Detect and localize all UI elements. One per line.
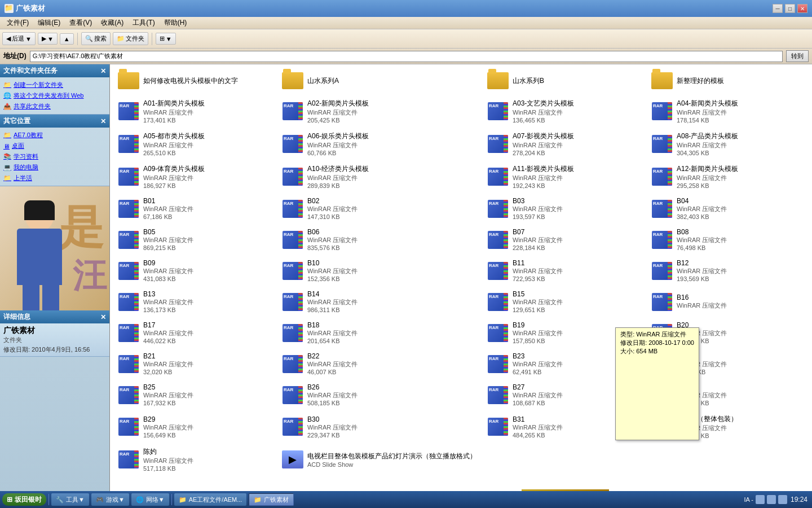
file-item[interactable]: A02-新闻类片头模板WinRAR 压缩文件205,425 KB	[276, 95, 482, 128]
file-item[interactable]: B30WinRAR 压缩文件229,347 KB	[276, 410, 482, 443]
file-item[interactable]: B03WinRAR 压缩文件193,597 KB	[482, 193, 646, 224]
file-item[interactable]: 如何修改电视片头模板中的文字	[112, 67, 276, 95]
menu-tools[interactable]: 工具(T)	[128, 17, 159, 29]
other-collapse-icon[interactable]: ✕	[100, 117, 106, 125]
search-button[interactable]: 🔍 搜索	[81, 32, 111, 45]
file-item[interactable]: A01-新闻类片头模板WinRAR 压缩文件173,401 KB	[112, 95, 276, 128]
rar-icon	[488, 135, 508, 153]
forward-button[interactable]: ▶ ▼	[38, 33, 58, 45]
file-item-icon	[117, 199, 140, 219]
menu-edit[interactable]: 编辑(E)	[33, 17, 65, 29]
menu-file[interactable]: 文件(F)	[2, 17, 33, 29]
sidebar-task-1[interactable]: 🌐 将这个文件夹发布到 Web	[3, 90, 106, 101]
file-item[interactable]: B04WinRAR 压缩文件382,403 KB	[646, 193, 810, 224]
file-item[interactable]: 陈妁WinRAR 压缩文件517,118 KB	[112, 443, 276, 476]
file-item[interactable]: B11WinRAR 压缩文件722,953 KB	[482, 255, 646, 286]
main-layout: 文件和文件夹任务 ✕ 📁 创建一个新文件夹 🌐 将这个文件夹发布到 Web 📤 …	[0, 64, 812, 493]
file-item[interactable]: B12WinRAR 压缩文件193,569 KB	[646, 255, 810, 286]
file-item[interactable]: B13WinRAR 压缩文件136,173 KB	[112, 286, 276, 317]
file-item[interactable]: A10-经济类片头模板WinRAR 压缩文件289,839 KB	[276, 160, 482, 193]
file-name: A05-都市类片头模板	[143, 132, 271, 141]
file-item[interactable]: B26WinRAR 压缩文件508,185 KB	[276, 379, 482, 410]
taskbar-network[interactable]: 🌐 网络▼	[131, 493, 169, 506]
address-label: 地址(D)	[3, 51, 27, 61]
file-item[interactable]: 山水系列B	[482, 67, 646, 95]
deco-char-2: 汪	[73, 253, 107, 299]
file-type: WinRAR 压缩文件	[513, 267, 641, 275]
sidebar-other-1[interactable]: 🖥 桌面	[3, 141, 106, 151]
views-button[interactable]: ⊞ ▼	[156, 33, 176, 45]
file-item[interactable]: B05WinRAR 压缩文件869,215 KB	[112, 224, 276, 255]
file-item[interactable]: B08WinRAR 压缩文件76,498 KB	[646, 224, 810, 255]
sidebar-other-0[interactable]: 📁 AE7.0教程	[3, 130, 106, 141]
file-item[interactable]: B21WinRAR 压缩文件32,020 KB	[112, 348, 276, 379]
menu-favorites[interactable]: 收藏(A)	[96, 17, 128, 29]
file-item-icon	[117, 417, 140, 437]
tasks-collapse-icon[interactable]: ✕	[100, 67, 106, 75]
file-item[interactable]: B29WinRAR 压缩文件156,649 KB	[112, 410, 276, 443]
file-item[interactable]: A03-文艺类片头模板WinRAR 压缩文件136,465 KB	[482, 95, 646, 128]
file-item[interactable]: 新整理好的模板	[646, 67, 810, 95]
file-item[interactable]: B02WinRAR 压缩文件147,310 KB	[276, 193, 482, 224]
rar-icon	[488, 231, 508, 249]
file-type: WinRAR 压缩文件	[513, 205, 641, 213]
sidebar-other-4[interactable]: 📁 上半活	[3, 173, 106, 183]
sidebar-other-3[interactable]: 💻 我的电脑	[3, 162, 106, 173]
file-item[interactable]: A11-影视类片头模板WinRAR 压缩文件192,243 KB	[482, 160, 646, 193]
file-item[interactable]: A04-新闻类片头模板WinRAR 压缩文件178,154 KB	[646, 95, 810, 128]
file-item[interactable]: B14WinRAR 压缩文件986,311 KB	[276, 286, 482, 317]
file-item[interactable]: A07-影视类片头模板WinRAR 压缩文件278,204 KB	[482, 128, 646, 160]
file-item[interactable]: B01WinRAR 压缩文件67,186 KB	[112, 193, 276, 224]
file-item-icon	[487, 261, 509, 281]
file-tooltip: 类型: WinRAR 压缩文件 修改日期: 2008-10-17 0:00 大小…	[615, 327, 699, 440]
file-item[interactable]: A08-产品类片头模板WinRAR 压缩文件304,305 KB	[646, 128, 810, 160]
file-name: B12	[677, 259, 805, 267]
file-item[interactable]: B09WinRAR 压缩文件431,083 KB	[112, 255, 276, 286]
file-item[interactable]: B16WinRAR 压缩文件	[646, 286, 810, 317]
file-item[interactable]: B10WinRAR 压缩文件152,356 KB	[276, 255, 482, 286]
start-button[interactable]: ⊞ 坂田银时	[2, 493, 46, 506]
taskbar-task1[interactable]: 📁 AE工程文件/AEM...	[174, 493, 247, 506]
file-item[interactable]: B22WinRAR 压缩文件46,007 KB	[276, 348, 482, 379]
file-item[interactable]: 山水系列A	[276, 67, 482, 95]
window-controls: ─ □ ✕	[773, 4, 807, 13]
toolbar-separator-2	[152, 33, 152, 45]
folder-icon	[487, 72, 509, 89]
file-item[interactable]: B06WinRAR 压缩文件835,576 KB	[276, 224, 482, 255]
file-type: WinRAR 压缩文件	[143, 141, 271, 150]
sidebar-task-0[interactable]: 📁 创建一个新文件夹	[3, 80, 106, 90]
file-item[interactable]: B17WinRAR 压缩文件446,022 KB	[112, 317, 276, 348]
detail-collapse-icon[interactable]: ✕	[100, 313, 106, 321]
menu-view[interactable]: 查看(V)	[65, 17, 96, 29]
file-item[interactable]: A09-体育类片头模板WinRAR 压缩文件186,927 KB	[112, 160, 276, 193]
back-button[interactable]: ◀ 后退 ▼	[2, 32, 36, 45]
file-size: 228,184 KB	[513, 244, 641, 251]
file-item[interactable]: A06-娱乐类片头模板WinRAR 压缩文件60,766 KB	[276, 128, 482, 160]
file-name: B04	[677, 197, 805, 205]
address-input[interactable]	[30, 51, 783, 62]
sidebar-task-2[interactable]: 📤 共享此文件夹	[3, 101, 106, 112]
up-button[interactable]: ▲	[60, 33, 74, 45]
sidebar-other-2[interactable]: 📚 学习资料	[3, 151, 106, 162]
taskbar-task2[interactable]: 📁 广铁素材	[249, 493, 294, 506]
folders-button[interactable]: 📁 文件夹	[113, 32, 148, 45]
file-item[interactable]: A12-新闻类片头模板WinRAR 压缩文件295,258 KB	[646, 160, 810, 193]
file-item[interactable]: A05-都市类片头模板WinRAR 压缩文件265,510 KB	[112, 128, 276, 160]
study-icon: 📚	[3, 153, 11, 160]
file-item[interactable]: B18WinRAR 压缩文件201,654 KB	[276, 317, 482, 348]
go-button[interactable]: 转到	[786, 50, 809, 62]
file-item[interactable]: B25WinRAR 压缩文件167,932 KB	[112, 379, 276, 410]
taskbar-games[interactable]: 🎮 游戏▼	[91, 493, 129, 506]
forward-icon: ▶	[42, 35, 46, 42]
minimize-button[interactable]: ─	[773, 4, 783, 13]
file-item-icon	[651, 134, 673, 154]
menu-help[interactable]: 帮助(H)	[160, 17, 192, 29]
close-button[interactable]: ✕	[797, 4, 807, 13]
file-item[interactable]: ▶电视栏目整体包装模板产品幻灯片演示（独立播放格式）ACD Slide Show	[276, 443, 482, 476]
maximize-button[interactable]: □	[785, 4, 795, 13]
file-size: 152,356 KB	[307, 275, 476, 282]
file-name: 山水系列B	[513, 76, 641, 86]
file-item[interactable]: B15WinRAR 压缩文件129,651 KB	[482, 286, 646, 317]
taskbar-tools[interactable]: 🔧 工具▼	[51, 493, 89, 506]
file-item[interactable]: B07WinRAR 压缩文件228,184 KB	[482, 224, 646, 255]
